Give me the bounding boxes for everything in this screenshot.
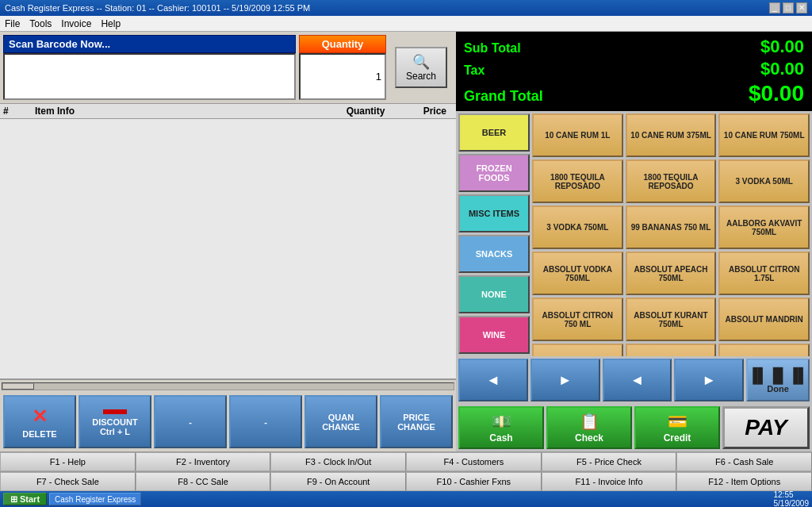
product-btn-2-2[interactable]: AALBORG AKVAVIT 750ML	[718, 205, 810, 249]
fkey-9[interactable]: F9 - On Account	[270, 472, 406, 491]
fkey-7[interactable]: F7 - Check Sale	[0, 472, 136, 491]
category-column: BEERFROZEN FOODSMISC ITEMSSNACKSNONEWINE	[458, 113, 530, 354]
product-btn-5-1[interactable]: ABSOLUT PEPPAR VODKA 750ML	[626, 344, 717, 356]
category-btn-beer[interactable]: BEER	[458, 113, 530, 152]
scan-input[interactable]	[3, 53, 296, 100]
delete-button[interactable]: ✕ DELETE	[3, 395, 76, 448]
product-btn-4-1[interactable]: ABSOLUT KURANT 750ML	[626, 298, 717, 341]
category-btn-misc[interactable]: MISC ITEMS	[458, 194, 530, 232]
product-btn-2-0[interactable]: 3 VODKA 750ML	[532, 205, 623, 249]
taskbar-clock: 12:555/19/2009	[774, 490, 810, 507]
credit-button[interactable]: 💳 Credit	[634, 406, 720, 449]
grand-total-row: Grand Total $0.00	[464, 81, 804, 106]
items-table-body	[0, 119, 456, 379]
search-label: Search	[406, 71, 436, 82]
product-btn-4-0[interactable]: ABSOLUT CITRON 750 ML	[532, 298, 623, 341]
product-btn-0-2[interactable]: 10 CANE RUM 750ML	[718, 113, 810, 157]
quantity-input[interactable]	[299, 53, 386, 100]
product-btn-2-1[interactable]: 99 BANANAS 750 ML	[626, 205, 717, 249]
price-change-button[interactable]: PRICECHANGE	[380, 395, 453, 448]
grand-total-label: Grand Total	[464, 88, 543, 105]
taskbar: ⊞ Start Cash Register Express 12:555/19/…	[0, 491, 812, 507]
maximize-btn[interactable]: □	[783, 2, 794, 13]
menu-invoice[interactable]: Invoice	[61, 18, 91, 29]
cash-button[interactable]: 💵 Cash	[458, 406, 544, 449]
fkey-1[interactable]: F1 - Help	[0, 452, 136, 471]
minus1-label: -	[189, 417, 192, 427]
start-label: Start	[20, 494, 40, 504]
search-icon: 🔍	[412, 53, 430, 71]
nav-mid2-button[interactable]: ►	[674, 359, 744, 401]
product-btn-3-0[interactable]: ABSOLUT VODKA 750ML	[532, 252, 623, 295]
check-button[interactable]: 📋 Check	[546, 406, 632, 449]
titlebar-title: Cash Register Express -- Station: 01 -- …	[5, 3, 310, 13]
quantity-section: Quantity	[299, 35, 386, 100]
product-btn-5-2[interactable]: ABSOLUT RASPBERRI 750ML	[718, 344, 810, 356]
delete-label: DELETE	[22, 429, 56, 439]
product-btn-1-0[interactable]: 1800 TEQUILA REPOSADO	[532, 159, 623, 203]
tax-row: Tax $0.00	[464, 59, 804, 79]
fkey-8[interactable]: F8 - CC Sale	[136, 472, 271, 491]
top-controls: Scan Barcode Now... Quantity 🔍 Search	[0, 32, 456, 103]
taskbar-app[interactable]: Cash Register Express	[49, 493, 141, 505]
minimize-btn[interactable]: _	[769, 2, 780, 13]
cash-label: Cash	[489, 432, 512, 444]
close-btn[interactable]: ✕	[796, 2, 807, 13]
grand-total-value: $0.00	[749, 81, 804, 106]
product-btn-3-1[interactable]: ABSOLUT APEACH 750ML	[626, 252, 717, 295]
fkey-4[interactable]: F4 - Customers	[406, 452, 542, 471]
menu-file[interactable]: File	[5, 18, 20, 29]
check-label: Check	[575, 432, 603, 444]
product-btn-0-0[interactable]: 10 CANE RUM 1L	[532, 113, 623, 157]
payment-row: 💵 Cash 📋 Check 💳 Credit PAY	[456, 404, 812, 451]
check-icon: 📋	[580, 412, 599, 431]
fkey-12[interactable]: F12 - Item Options	[676, 472, 812, 491]
nav-mid-button[interactable]: ◄	[603, 359, 672, 401]
fkeys-row2: F7 - Check SaleF8 - CC SaleF9 - On Accou…	[0, 471, 812, 491]
hscrollbar-track[interactable]	[2, 382, 454, 390]
menu-tools[interactable]: Tools	[29, 18, 52, 29]
discount-label: DISCOUNTCtrl + L	[92, 417, 137, 436]
product-btn-3-2[interactable]: ABSOLUT CITRON 1.75L	[718, 252, 810, 295]
nav-next-button[interactable]: ►	[530, 359, 600, 401]
scan-section: Scan Barcode Now...	[3, 35, 296, 100]
discount-icon	[103, 409, 127, 414]
category-btn-none[interactable]: NONE	[458, 275, 530, 313]
col-header-price: Price	[397, 106, 453, 117]
totals-section: Sub Total $0.00 Tax $0.00 Grand Total $0…	[456, 32, 812, 111]
product-btn-1-1[interactable]: 1800 TEQUILA REPOSADO	[626, 159, 717, 203]
fkey-11[interactable]: F11 - Invoice Info	[542, 472, 677, 491]
product-btn-5-0[interactable]: ABSOLUT MANDRIN 750ML	[532, 344, 623, 356]
fkey-10[interactable]: F10 - Cashier Fxns	[406, 472, 542, 491]
category-btn-wine[interactable]: WINE	[458, 316, 530, 354]
discount-button[interactable]: DISCOUNTCtrl + L	[79, 395, 151, 448]
product-btn-4-2[interactable]: ABSOLUT MANDRIN	[718, 298, 810, 341]
category-btn-frozen[interactable]: FROZEN FOODS	[458, 154, 530, 192]
nav-prev-button[interactable]: ◄	[458, 359, 528, 401]
quan-change-label: QUANCHANGE	[322, 413, 360, 432]
category-btn-snacks[interactable]: SNACKS	[458, 235, 530, 273]
right-panel: Sub Total $0.00 Tax $0.00 Grand Total $0…	[456, 32, 812, 451]
product-row-1: 1800 TEQUILA REPOSADO1800 TEQUILA REPOSA…	[532, 159, 810, 203]
cash-icon: 💵	[492, 412, 511, 431]
menu-help[interactable]: Help	[101, 18, 121, 29]
fkey-3[interactable]: F3 - Clock In/Out	[270, 452, 406, 471]
col-header-item: Item Info	[35, 106, 334, 117]
minus1-button[interactable]: -	[154, 395, 227, 448]
tax-label: Tax	[464, 63, 485, 78]
product-btn-0-1[interactable]: 10 CANE RUM 375ML	[626, 113, 717, 157]
search-button[interactable]: 🔍 Search	[395, 47, 447, 88]
quan-change-button[interactable]: QUANCHANGE	[304, 395, 377, 448]
fkey-5[interactable]: F5 - Price Check	[542, 452, 677, 471]
hscrollbar-thumb[interactable]	[2, 383, 34, 390]
fkey-6[interactable]: F6 - Cash Sale	[676, 452, 812, 471]
pay-button[interactable]: PAY	[722, 406, 810, 449]
minus2-button[interactable]: -	[229, 395, 302, 448]
hscrollbar[interactable]	[0, 379, 456, 392]
search-button-section: 🔍 Search	[389, 35, 453, 100]
subtotal-row: Sub Total $0.00	[464, 36, 804, 57]
product-btn-1-2[interactable]: 3 VODKA 50ML	[718, 159, 810, 203]
done-button[interactable]: ▐▌▐▌▐▌ Done	[746, 359, 810, 401]
fkey-2[interactable]: F2 - Inventory	[136, 452, 271, 471]
start-button[interactable]: ⊞ Start	[3, 493, 47, 505]
